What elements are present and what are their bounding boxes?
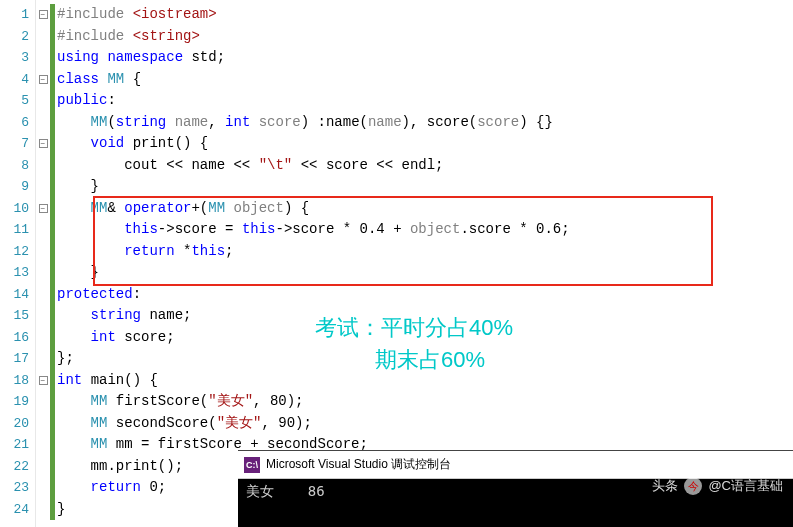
line-number-gutter: 123 456 789 101112 131415 161718 192021 …: [0, 0, 36, 527]
code-line[interactable]: }: [57, 176, 793, 198]
fold-icon[interactable]: −: [39, 376, 48, 385]
console-window[interactable]: C:\ Microsoft Visual Studio 调试控制台 美女 86 …: [238, 450, 793, 527]
code-line[interactable]: cout << name << "\t" << score << endl;: [57, 155, 793, 177]
fold-icon[interactable]: −: [39, 75, 48, 84]
code-editor[interactable]: 123 456 789 101112 131415 161718 192021 …: [0, 0, 793, 527]
fold-column[interactable]: − − − − −: [36, 0, 50, 527]
watermark-icon: 今: [684, 477, 702, 495]
code-area[interactable]: #include <iostream> #include <string> us…: [55, 0, 793, 527]
console-title-text: Microsoft Visual Studio 调试控制台: [266, 456, 451, 473]
code-line[interactable]: MM firstScore("美女", 80);: [57, 391, 793, 413]
code-line[interactable]: this->score = this->score * 0.4 + object…: [57, 219, 793, 241]
console-titlebar[interactable]: C:\ Microsoft Visual Studio 调试控制台: [238, 451, 793, 479]
fold-icon[interactable]: −: [39, 139, 48, 148]
code-line[interactable]: string name;: [57, 305, 793, 327]
code-line[interactable]: MM& operator+(MM object) {: [57, 198, 793, 220]
watermark: 头条 今 @C语言基础: [652, 477, 783, 495]
code-line[interactable]: using namespace std;: [57, 47, 793, 69]
vs-icon: C:\: [244, 457, 260, 473]
code-line[interactable]: #include <iostream>: [57, 4, 793, 26]
code-line[interactable]: int main() {: [57, 370, 793, 392]
code-line[interactable]: protected:: [57, 284, 793, 306]
code-line[interactable]: return *this;: [57, 241, 793, 263]
code-line[interactable]: };: [57, 348, 793, 370]
code-line[interactable]: MM(string name, int score) :name(name), …: [57, 112, 793, 134]
code-line[interactable]: public:: [57, 90, 793, 112]
code-line[interactable]: MM secondScore("美女", 90);: [57, 413, 793, 435]
code-line[interactable]: }: [57, 262, 793, 284]
code-line[interactable]: #include <string>: [57, 26, 793, 48]
fold-icon[interactable]: −: [39, 204, 48, 213]
code-line[interactable]: void print() {: [57, 133, 793, 155]
code-line[interactable]: class MM {: [57, 69, 793, 91]
code-line[interactable]: int score;: [57, 327, 793, 349]
fold-icon[interactable]: −: [39, 10, 48, 19]
